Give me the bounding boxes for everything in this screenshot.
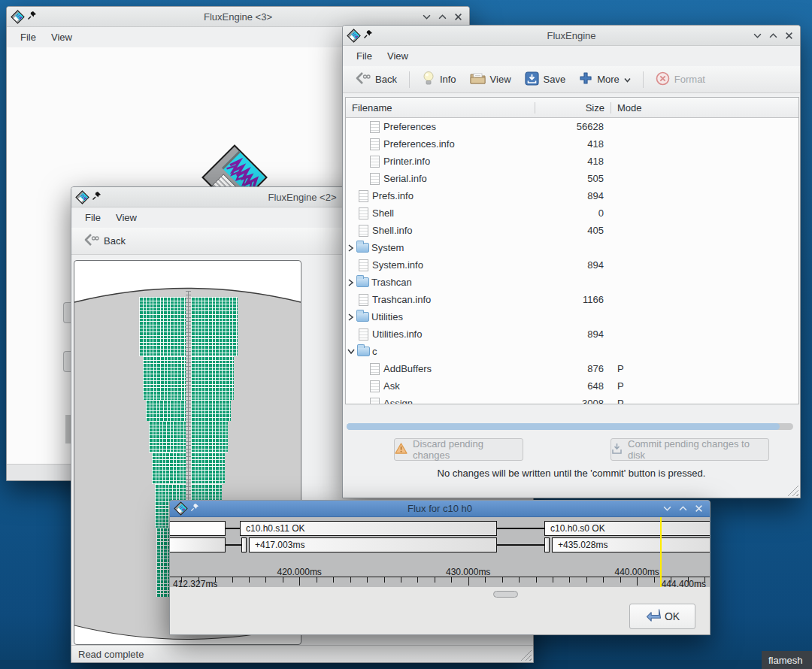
filename-text: Ask [383, 377, 400, 395]
menu-view[interactable]: View [108, 210, 144, 226]
maximize-icon[interactable] [678, 504, 687, 513]
titlebar[interactable]: FluxEngine <3> [7, 7, 469, 27]
back-button[interactable]: Back [77, 229, 131, 253]
close-icon[interactable] [694, 504, 703, 513]
resize-grip[interactable] [787, 485, 798, 496]
column-mode[interactable]: Mode [611, 102, 798, 114]
ruler-tick [317, 577, 317, 583]
table-row[interactable]: Utilities.info894 [346, 325, 798, 343]
pin-icon[interactable] [190, 503, 199, 514]
table-row[interactable]: Utilities [346, 308, 798, 325]
info-label: Info [440, 74, 456, 85]
titlebar[interactable]: Flux for c10 h0 [170, 501, 710, 517]
ruler-tick-label: 430.000ms [438, 567, 498, 577]
cell-filename: Trashcan.info [346, 291, 535, 308]
sector-block[interactable] [146, 400, 186, 421]
filename-text: Utilities [371, 308, 403, 325]
sector-block[interactable] [191, 297, 238, 356]
filename-text: System [371, 239, 404, 256]
table-row[interactable]: Shell.info405 [346, 222, 798, 239]
back-button[interactable]: Back [349, 68, 402, 91]
save-button[interactable]: Save [520, 68, 571, 91]
scrollbar-thumb[interactable] [347, 423, 780, 430]
sector-block[interactable] [143, 356, 186, 400]
cell-size: 894 [535, 325, 611, 343]
titlebar[interactable]: FluxEngine [343, 26, 800, 46]
commit-changes-button[interactable]: Commit pending changes to disk [611, 438, 769, 461]
resize-grip[interactable] [520, 649, 532, 661]
discard-changes-button[interactable]: Discard pending changes [394, 438, 523, 461]
ruler-tick [401, 577, 401, 583]
more-button[interactable]: More [574, 68, 636, 90]
menu-view[interactable]: View [44, 29, 80, 45]
cell-filename: Utilities.info [346, 325, 535, 343]
splitter-handle[interactable] [493, 591, 518, 598]
sector-block[interactable] [191, 421, 228, 453]
table-row[interactable]: Prefs.info894 [346, 187, 798, 204]
table-row[interactable]: AddBuffers876P [346, 360, 798, 377]
back-icon [83, 232, 99, 250]
format-label: Format [674, 74, 705, 85]
pin-icon[interactable] [27, 11, 37, 23]
sector-box[interactable]: c10.h0.s0 OK [544, 521, 710, 536]
sector-block[interactable] [149, 421, 186, 453]
table-row[interactable]: Ask648P [346, 377, 798, 395]
table-header[interactable]: Filename Size Mode [346, 98, 798, 118]
info-button[interactable]: Info [417, 68, 462, 91]
minimize-icon[interactable] [422, 12, 431, 21]
sector-block[interactable] [191, 356, 234, 400]
sector-block[interactable] [152, 453, 186, 484]
format-cancel-icon [656, 71, 670, 88]
sector-box[interactable]: c10.h0.s11 OK [240, 521, 497, 536]
table-row[interactable]: Shell0 [346, 204, 798, 222]
window-title: FluxEngine <3> [7, 11, 469, 23]
timing-box[interactable]: +435.028ms [552, 537, 710, 552]
table-row[interactable]: Assign3008P [346, 395, 798, 404]
format-button[interactable]: Format [650, 68, 710, 91]
table-row[interactable]: c [346, 343, 798, 360]
maximize-icon[interactable] [438, 12, 447, 21]
column-size[interactable]: Size [535, 102, 611, 114]
file-icon [359, 207, 368, 219]
table-row[interactable]: Trashcan.info1166 [346, 291, 798, 308]
minimize-icon[interactable] [753, 31, 762, 40]
chevron-down-icon[interactable] [624, 74, 631, 85]
maximize-icon[interactable] [768, 31, 777, 40]
table-row[interactable]: Serial.info505 [346, 170, 798, 187]
menu-file[interactable]: File [349, 48, 380, 64]
view-button[interactable]: View [465, 68, 517, 90]
table-row[interactable]: Printer.info418 [346, 153, 798, 170]
menu-file[interactable]: File [13, 29, 44, 45]
minimize-icon[interactable] [662, 504, 671, 513]
taskbar-tooltip: flamesh [762, 651, 812, 669]
close-icon[interactable] [453, 12, 462, 21]
menu-view[interactable]: View [380, 48, 416, 64]
timing-box[interactable]: +417.003ms [249, 537, 497, 552]
ruler-tick [603, 577, 604, 583]
ruler-tick [553, 577, 553, 583]
close-icon[interactable] [784, 31, 793, 40]
table-row[interactable]: System.info894 [346, 256, 798, 274]
sector-box-partial[interactable] [170, 521, 226, 536]
window-title: FluxEngine [343, 30, 800, 41]
cell-filename: System.info [346, 256, 535, 274]
ok-button[interactable]: OK [629, 604, 695, 629]
filename-text: Trashcan.info [372, 291, 431, 308]
horizontal-scrollbar[interactable] [347, 423, 793, 430]
cell-mode: P [611, 377, 798, 395]
timing-box-partial[interactable] [170, 537, 226, 552]
cell-filename: Preferences.info [346, 135, 535, 153]
column-filename[interactable]: Filename [346, 102, 535, 114]
more-label: More [597, 74, 620, 85]
fluxengine-app-icon [347, 29, 360, 42]
table-row[interactable]: Preferences.info418 [346, 135, 798, 153]
sector-block[interactable] [191, 400, 231, 421]
pin-icon[interactable] [363, 29, 373, 41]
sector-block[interactable] [139, 297, 186, 356]
pin-icon[interactable] [92, 191, 102, 203]
table-row[interactable]: System [346, 239, 798, 256]
table-row[interactable]: Trashcan [346, 274, 798, 291]
menu-file[interactable]: File [77, 210, 108, 226]
sector-block[interactable] [191, 453, 225, 484]
table-row[interactable]: Preferences56628 [346, 118, 798, 135]
